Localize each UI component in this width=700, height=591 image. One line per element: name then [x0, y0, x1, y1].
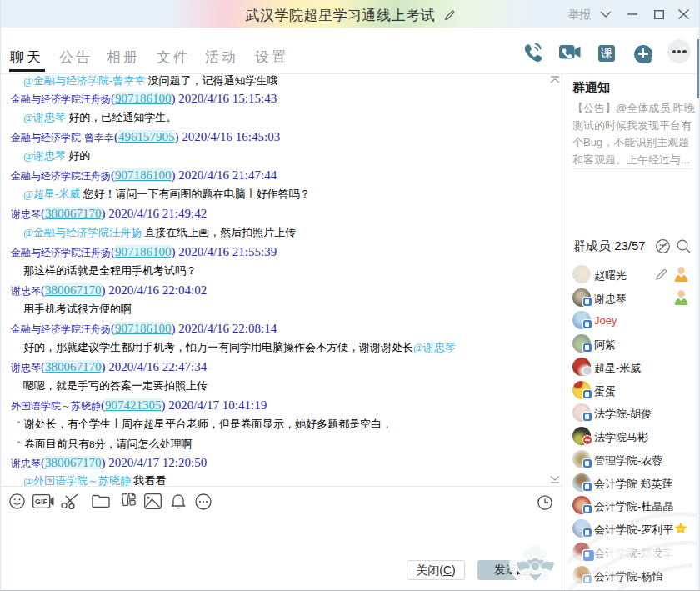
svg-text:GIF: GIF [35, 498, 48, 506]
